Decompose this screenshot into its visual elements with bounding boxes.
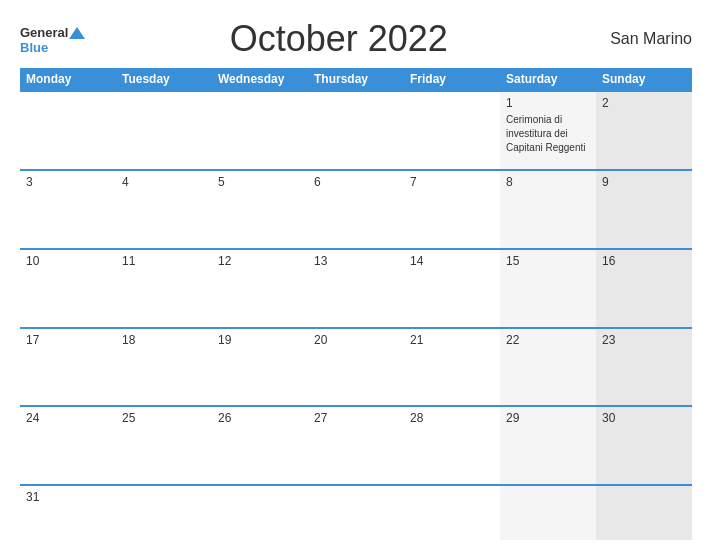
country-label: San Marino: [592, 30, 692, 48]
col-friday: Friday: [404, 68, 500, 90]
cell-w4-wed: 19: [212, 329, 308, 406]
cell-w6-tue: [116, 486, 212, 540]
logo: General Blue: [20, 25, 85, 54]
week-2: 3 4 5 6 7 8 9: [20, 169, 692, 248]
week-5: 24 25 26 27 28 29 30: [20, 405, 692, 484]
cell-w2-fri: 7: [404, 171, 500, 248]
page: General Blue October 2022 San Marino Mon…: [0, 0, 712, 550]
cell-w2-mon: 3: [20, 171, 116, 248]
cell-w3-mon: 10: [20, 250, 116, 327]
cell-w6-thu: [308, 486, 404, 540]
cell-w3-fri: 14: [404, 250, 500, 327]
cell-w1-thu: [308, 92, 404, 169]
col-wednesday: Wednesday: [212, 68, 308, 90]
cell-w2-wed: 5: [212, 171, 308, 248]
cell-w1-wed: [212, 92, 308, 169]
col-tuesday: Tuesday: [116, 68, 212, 90]
cell-w3-sat: 15: [500, 250, 596, 327]
cell-w2-thu: 6: [308, 171, 404, 248]
header: General Blue October 2022 San Marino: [20, 18, 692, 60]
col-saturday: Saturday: [500, 68, 596, 90]
calendar-title: October 2022: [85, 18, 592, 60]
cell-w4-thu: 20: [308, 329, 404, 406]
cell-w2-sun: 9: [596, 171, 692, 248]
logo-blue: Blue: [20, 41, 48, 54]
cell-w2-tue: 4: [116, 171, 212, 248]
logo-general: General: [20, 26, 68, 39]
cell-w3-thu: 13: [308, 250, 404, 327]
col-monday: Monday: [20, 68, 116, 90]
cell-w3-sun: 16: [596, 250, 692, 327]
col-sunday: Sunday: [596, 68, 692, 90]
col-thursday: Thursday: [308, 68, 404, 90]
cell-w4-mon: 17: [20, 329, 116, 406]
cell-w6-sat: [500, 486, 596, 540]
cell-w3-tue: 11: [116, 250, 212, 327]
calendar-header: Monday Tuesday Wednesday Thursday Friday…: [20, 68, 692, 90]
calendar-body: 1 Cerimonia di investitura dei Capitani …: [20, 90, 692, 540]
cell-w5-wed: 26: [212, 407, 308, 484]
logo-triangle-icon: [69, 25, 85, 41]
cell-w1-fri: [404, 92, 500, 169]
cell-w1-sun: 2: [596, 92, 692, 169]
cell-w6-wed: [212, 486, 308, 540]
cell-w5-thu: 27: [308, 407, 404, 484]
cell-w1-mon: [20, 92, 116, 169]
cell-w5-sun: 30: [596, 407, 692, 484]
cell-w5-mon: 24: [20, 407, 116, 484]
cell-w2-sat: 8: [500, 171, 596, 248]
week-1: 1 Cerimonia di investitura dei Capitani …: [20, 90, 692, 169]
week-3: 10 11 12 13 14 15 16: [20, 248, 692, 327]
cell-w5-tue: 25: [116, 407, 212, 484]
cell-w4-fri: 21: [404, 329, 500, 406]
calendar: Monday Tuesday Wednesday Thursday Friday…: [20, 68, 692, 540]
cell-w4-sat: 22: [500, 329, 596, 406]
cell-w4-tue: 18: [116, 329, 212, 406]
cell-w5-fri: 28: [404, 407, 500, 484]
cell-w1-sat: 1 Cerimonia di investitura dei Capitani …: [500, 92, 596, 169]
cell-w5-sat: 29: [500, 407, 596, 484]
cell-w4-sun: 23: [596, 329, 692, 406]
week-4: 17 18 19 20 21 22 23: [20, 327, 692, 406]
cell-w6-mon: 31: [20, 486, 116, 540]
week-6: 31: [20, 484, 692, 540]
cell-w3-wed: 12: [212, 250, 308, 327]
cell-w1-tue: [116, 92, 212, 169]
cell-w6-sun: [596, 486, 692, 540]
svg-marker-0: [69, 27, 85, 39]
cell-w6-fri: [404, 486, 500, 540]
